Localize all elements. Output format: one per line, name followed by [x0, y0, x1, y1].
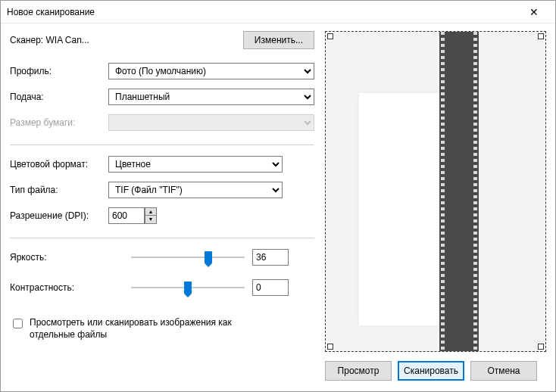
feed-select[interactable]: Планшетный	[108, 89, 314, 105]
separate-files-row: Просмотреть или сканировать изображения …	[10, 317, 314, 341]
brightness-slider[interactable]	[131, 250, 245, 265]
scanner-label: Сканер: WIA Can...	[10, 35, 243, 45]
scan-dialog: Новое сканирование ✕ Сканер: WIA Can... …	[0, 0, 556, 392]
crop-handle-tl[interactable]	[327, 33, 333, 39]
paper-size-select	[108, 114, 314, 131]
close-icon[interactable]: ✕	[519, 6, 549, 18]
resolution-label: Разрешение (DPI):	[10, 210, 108, 221]
contrast-input[interactable]	[252, 279, 289, 296]
separator-1	[10, 145, 314, 145]
preview-panel: Просмотр Сканировать Отмена	[325, 31, 546, 391]
color-format-row: Цветовой формат: Цветное	[10, 156, 314, 173]
preview-area[interactable]	[325, 31, 546, 352]
contrast-slider[interactable]	[131, 280, 245, 295]
brightness-row: Яркость:	[10, 249, 314, 266]
file-type-row: Тип файла: TIF (Файл "TIF")	[10, 182, 314, 198]
cancel-button[interactable]: Отмена	[470, 361, 537, 381]
window-title: Новое сканирование	[7, 7, 519, 17]
file-type-label: Тип файла:	[10, 185, 108, 195]
crop-handle-br[interactable]	[538, 344, 544, 350]
separator-2	[10, 238, 314, 238]
paper-size-row: Размер бумаги:	[10, 114, 314, 131]
separate-files-label: Просмотреть или сканировать изображения …	[30, 317, 272, 341]
resolution-input[interactable]	[108, 207, 145, 224]
brightness-thumb[interactable]	[205, 251, 212, 263]
preview-film-strip	[439, 32, 479, 351]
resolution-spinner[interactable]: ▲ ▼	[108, 207, 157, 224]
contrast-row: Контрастность:	[10, 279, 314, 296]
contrast-label: Контрастность:	[10, 282, 131, 293]
content-area: Сканер: WIA Can... Изменить... Профиль: …	[1, 23, 555, 391]
feed-label: Подача:	[10, 92, 108, 102]
footer-buttons: Просмотр Сканировать Отмена	[325, 352, 546, 391]
resolution-row: Разрешение (DPI): ▲ ▼	[10, 207, 314, 224]
crop-handle-bl[interactable]	[327, 344, 333, 350]
film-perforation-left	[441, 32, 445, 351]
contrast-thumb[interactable]	[184, 282, 192, 294]
crop-handle-tr[interactable]	[538, 33, 544, 39]
preview-button[interactable]: Просмотр	[325, 361, 392, 381]
profile-row: Профиль: Фото (По умолчанию)	[10, 63, 314, 79]
scan-button[interactable]: Сканировать	[398, 361, 464, 381]
file-type-select[interactable]: TIF (Файл "TIF")	[108, 182, 283, 198]
scanner-row: Сканер: WIA Can... Изменить...	[10, 31, 314, 49]
brightness-input[interactable]	[252, 249, 289, 266]
spin-up-icon[interactable]: ▲	[145, 208, 156, 216]
color-format-label: Цветовой формат:	[10, 159, 108, 170]
color-format-select[interactable]: Цветное	[108, 156, 283, 173]
feed-row: Подача: Планшетный	[10, 89, 314, 105]
resolution-spin-buttons[interactable]: ▲ ▼	[145, 207, 157, 224]
titlebar: Новое сканирование ✕	[1, 1, 555, 23]
profile-select[interactable]: Фото (По умолчанию)	[108, 63, 314, 79]
separate-files-checkbox[interactable]	[13, 319, 23, 328]
settings-panel: Сканер: WIA Can... Изменить... Профиль: …	[10, 31, 314, 391]
film-perforation-right	[473, 32, 477, 351]
brightness-label: Яркость:	[10, 252, 131, 263]
paper-size-label: Размер бумаги:	[10, 117, 108, 128]
profile-label: Профиль:	[10, 66, 108, 76]
spin-down-icon[interactable]: ▼	[145, 216, 156, 223]
change-scanner-button[interactable]: Изменить...	[243, 31, 314, 49]
